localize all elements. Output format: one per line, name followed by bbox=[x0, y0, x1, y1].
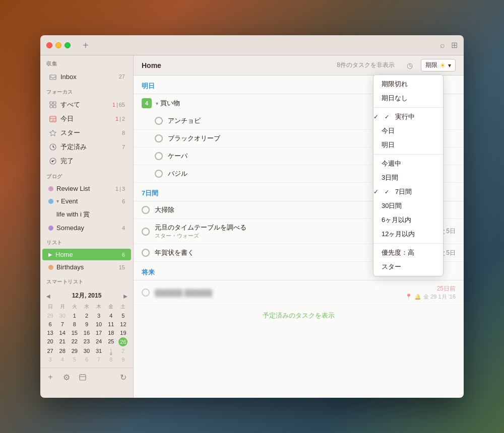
dropdown-item-tomorrow[interactable]: 明日 bbox=[373, 138, 443, 152]
sidebar-item-life-with-i[interactable]: life with i 賞 bbox=[42, 208, 131, 221]
add-button[interactable]: + bbox=[83, 40, 89, 50]
dropdown-item-this-week[interactable]: 今週中 bbox=[373, 157, 443, 171]
cal-day[interactable]: 9 bbox=[117, 355, 129, 364]
cal-day[interactable]: 1•• bbox=[105, 347, 117, 355]
cal-day[interactable]: 3 bbox=[44, 355, 56, 364]
main-toolbar: Home 8件のタスクを非表示 ◷ 期限 ☀ ▾ bbox=[134, 55, 464, 76]
task-checkbox[interactable] bbox=[142, 228, 150, 236]
sidebar-item-done[interactable]: 完了 bbox=[42, 155, 131, 168]
inbox-label: Inbox bbox=[60, 73, 119, 81]
dropdown-item-in-progress[interactable]: ✓実行中 bbox=[373, 110, 443, 124]
cal-day[interactable]: 13 bbox=[44, 329, 56, 337]
task-checkbox[interactable] bbox=[155, 170, 163, 178]
cal-day[interactable]: 7 bbox=[93, 355, 105, 364]
dropdown-item-30days[interactable]: 30日間 bbox=[373, 199, 443, 213]
cal-day[interactable]: 1 bbox=[69, 312, 80, 320]
add-list-button[interactable]: + bbox=[44, 371, 56, 383]
layout-icon[interactable]: ⊞ bbox=[451, 40, 458, 50]
event-label: Event bbox=[61, 197, 122, 205]
cal-day[interactable]: 28 bbox=[56, 347, 68, 355]
dropdown-item-7days[interactable]: ✓7日間 bbox=[373, 185, 443, 199]
cal-day[interactable]: 29 bbox=[44, 312, 56, 320]
sidebar-item-scheduled[interactable]: 予定済み 7 bbox=[42, 140, 131, 154]
cal-day[interactable]: 3 bbox=[93, 312, 105, 320]
calendar-next[interactable]: ▸ bbox=[121, 292, 129, 300]
sidebar-item-home[interactable]: ▶ Home 6 bbox=[42, 249, 131, 260]
cal-day[interactable]: 11 bbox=[105, 320, 117, 328]
task-checkbox[interactable] bbox=[142, 249, 150, 257]
scheduled-count: 7 bbox=[122, 144, 125, 150]
filter-button[interactable]: 期限 ☀ ▾ bbox=[421, 59, 456, 71]
cal-day[interactable]: 8 bbox=[105, 355, 117, 364]
cal-day[interactable]: 22 bbox=[69, 337, 80, 346]
sidebar-item-inbox[interactable]: Inbox 27 bbox=[42, 70, 131, 83]
settings-button[interactable]: ⚙ bbox=[60, 371, 73, 383]
cal-day[interactable]: 17 bbox=[93, 329, 105, 337]
cal-day[interactable]: 2 bbox=[117, 347, 129, 355]
dropdown-item-12months[interactable]: 12ヶ月以内 bbox=[373, 227, 443, 241]
task-checkbox[interactable] bbox=[155, 117, 163, 125]
cal-day[interactable]: 2 bbox=[81, 312, 92, 320]
sidebar-item-star[interactable]: スター 8 bbox=[42, 126, 131, 139]
cal-day[interactable]: 9 bbox=[81, 320, 92, 328]
maximize-button[interactable] bbox=[65, 42, 71, 48]
main-toolbar-right: 8件のタスクを非表示 ◷ 期限 ☀ ▾ bbox=[337, 58, 456, 73]
task-row-future[interactable]: ██████ ██████ 25日前 📍 🔔 金 29 1月 '16 bbox=[134, 280, 464, 305]
sidebar-item-today[interactable]: 26 今日 1 | 2 bbox=[42, 112, 131, 125]
cal-day[interactable]: 24 bbox=[93, 337, 105, 346]
dropdown-item-3days[interactable]: 3日間 bbox=[373, 171, 443, 185]
group-badge: 4 bbox=[142, 98, 152, 108]
cal-day[interactable]: 8 bbox=[69, 320, 80, 328]
cal-day[interactable]: 30 bbox=[81, 347, 92, 355]
dropdown-item-expired[interactable]: 期限切れ bbox=[373, 77, 443, 91]
task-checkbox[interactable] bbox=[142, 206, 150, 214]
hide-tasks-button[interactable]: 8件のタスクを非表示 bbox=[337, 61, 395, 69]
sidebar-item-event[interactable]: ▾ Event 6 bbox=[42, 195, 131, 207]
show-scheduled-button[interactable]: 予定済みのタスクを表示 bbox=[134, 305, 464, 326]
cal-day[interactable]: 23 bbox=[81, 337, 92, 346]
task-checkbox[interactable] bbox=[142, 288, 150, 297]
cal-day-today[interactable]: 26 bbox=[118, 337, 128, 346]
cal-day[interactable]: 4 bbox=[105, 312, 117, 320]
sidebar-item-someday[interactable]: Someday 4 bbox=[42, 222, 131, 234]
cal-day[interactable]: 12 bbox=[117, 320, 129, 328]
dropdown-item-no-due[interactable]: 期日なし bbox=[373, 91, 443, 105]
cal-day[interactable]: 6 bbox=[81, 355, 92, 364]
cal-day[interactable]: 25 bbox=[105, 337, 117, 346]
cal-day[interactable]: 5 bbox=[69, 355, 80, 364]
cal-day[interactable]: 19 bbox=[117, 329, 129, 337]
sidebar-item-all[interactable]: すべて 1 | 65 bbox=[42, 98, 131, 111]
minimize-button[interactable] bbox=[55, 42, 61, 48]
cal-day[interactable]: 5 bbox=[117, 312, 129, 320]
cal-day[interactable]: 14 bbox=[56, 329, 68, 337]
calendar-view-button[interactable] bbox=[77, 371, 89, 383]
cal-day[interactable]: 10 bbox=[93, 320, 105, 328]
cal-day[interactable]: 30 bbox=[56, 312, 68, 320]
task-checkbox[interactable] bbox=[155, 134, 163, 142]
task-checkbox[interactable] bbox=[155, 152, 163, 160]
search-icon[interactable]: ⌕ bbox=[440, 41, 445, 50]
svg-rect-10 bbox=[80, 375, 86, 380]
cal-day[interactable]: 6 bbox=[44, 320, 56, 328]
sidebar-item-birthdays[interactable]: Birthdays 15 bbox=[42, 261, 131, 273]
cal-day[interactable]: 4 bbox=[56, 355, 68, 364]
clock-button[interactable]: ◷ bbox=[403, 58, 417, 73]
dropdown-item-today[interactable]: 今日 bbox=[373, 124, 443, 138]
cal-day[interactable]: 31 bbox=[93, 347, 105, 355]
refresh-button[interactable]: ↻ bbox=[117, 371, 129, 383]
cal-day[interactable]: 15 bbox=[69, 329, 80, 337]
dropdown-item-6months[interactable]: 6ヶ月以内 bbox=[373, 213, 443, 227]
dropdown-item-priority-high[interactable]: 優先度：高 bbox=[373, 246, 443, 260]
cal-day[interactable]: 18 bbox=[105, 329, 117, 337]
dropdown-item-star-filter[interactable]: スター bbox=[373, 260, 443, 274]
sidebar-item-review[interactable]: Review List 1 | 3 bbox=[42, 183, 131, 194]
cal-day[interactable]: 29 bbox=[69, 347, 80, 355]
cal-day[interactable]: 7 bbox=[56, 320, 68, 328]
cal-day[interactable]: 20 bbox=[44, 337, 56, 346]
cal-day[interactable]: 16 bbox=[81, 329, 92, 337]
close-button[interactable] bbox=[46, 42, 52, 48]
review-label: Review List bbox=[56, 185, 115, 192]
cal-day[interactable]: 27 bbox=[44, 347, 56, 355]
cal-day[interactable]: 21 bbox=[56, 337, 68, 346]
calendar-prev[interactable]: ◂ bbox=[44, 292, 52, 300]
